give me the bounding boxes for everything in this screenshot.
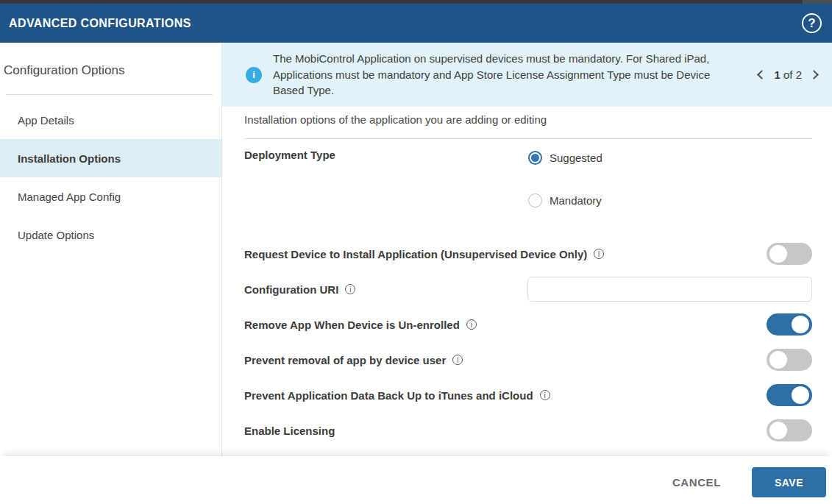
row-configuration-uri: Configuration URI	[244, 271, 812, 307]
radio-selected-icon	[528, 151, 542, 165]
remove-app-unenrolled-toggle[interactable]	[767, 313, 812, 336]
row-label-text: Configuration URI	[244, 283, 338, 296]
toggle-knob	[769, 245, 787, 263]
row-label-text: Prevent removal of app by device user	[244, 354, 446, 366]
row-label: Request Device to Install Application (U…	[244, 248, 604, 260]
toggle-knob	[769, 422, 787, 439]
top-strip-right-segment	[803, 0, 832, 4]
row-label-text: Enable Licensing	[244, 425, 335, 437]
sidebar-item-label: Managed App Config	[18, 191, 121, 203]
save-button[interactable]: SAVE	[752, 467, 826, 497]
banner-message: The MobiControl Application on supervise…	[273, 51, 738, 99]
row-label: Enable Licensing	[244, 425, 335, 437]
row-prevent-removal: Prevent removal of app by device user	[244, 342, 812, 377]
section-subtitle: Installation options of the application …	[222, 107, 832, 126]
pagination-current: 1	[774, 68, 780, 81]
deployment-type-radio-group: Suggested Mandatory	[528, 151, 602, 207]
chevron-left-icon[interactable]	[758, 70, 767, 79]
sidebar-item-label: Installation Options	[18, 152, 121, 165]
footer-bar: CANCEL SAVE	[0, 456, 832, 504]
pagination-separator: of	[783, 68, 793, 81]
toggle-knob	[792, 316, 809, 333]
info-banner: The MobiControl Application on supervise…	[222, 43, 832, 107]
pagination-total: 2	[796, 68, 802, 81]
sidebar-item-app-details[interactable]: App Details	[0, 101, 221, 139]
info-icon	[246, 67, 262, 83]
banner-pagination: 1 of 2	[758, 68, 817, 81]
sidebar-item-managed-app-config[interactable]: Managed App Config	[0, 177, 221, 216]
deployment-type-section: Deployment Type Suggested Mandatory	[222, 139, 832, 236]
radio-label: Mandatory	[550, 194, 602, 207]
sidebar-heading: Configuration Options	[0, 63, 221, 78]
main-wrapper: Configuration Options App Details Instal…	[0, 43, 832, 456]
info-icon[interactable]	[594, 249, 604, 259]
row-request-device-install: Request Device to Install Application (U…	[244, 236, 812, 271]
sidebar-item-installation-options[interactable]: Installation Options	[0, 139, 221, 177]
radio-unselected-icon	[528, 194, 542, 207]
row-prevent-backup: Prevent Application Data Back Up to iTun…	[244, 377, 812, 413]
browser-top-strip	[0, 0, 832, 4]
toggle-knob	[792, 386, 809, 404]
radio-option-suggested[interactable]: Suggested	[528, 151, 602, 165]
sidebar-item-update-options[interactable]: Update Options	[0, 216, 221, 254]
request-device-install-toggle[interactable]	[767, 243, 812, 265]
row-remove-app-unenrolled: Remove App When Device is Un-enrolled	[244, 307, 812, 342]
sidebar: Configuration Options App Details Instal…	[0, 43, 222, 456]
prevent-removal-toggle[interactable]	[767, 349, 812, 371]
option-rows: Request Device to Install Application (U…	[222, 236, 832, 448]
chevron-right-icon[interactable]	[809, 70, 819, 79]
row-label-text: Prevent Application Data Back Up to iTun…	[244, 389, 533, 402]
info-icon[interactable]	[466, 319, 477, 330]
row-enable-licensing: Enable Licensing	[244, 413, 812, 448]
enable-licensing-toggle[interactable]	[767, 419, 812, 441]
row-label: Configuration URI	[244, 283, 355, 296]
prevent-backup-toggle[interactable]	[767, 384, 812, 406]
info-icon[interactable]	[540, 390, 550, 400]
row-label: Prevent Application Data Back Up to iTun…	[244, 389, 550, 402]
page-title: ADVANCED CONFIGURATIONS	[9, 17, 191, 30]
help-icon[interactable]	[802, 13, 822, 33]
cancel-button[interactable]: CANCEL	[664, 470, 730, 494]
radio-label: Suggested	[550, 152, 602, 164]
sidebar-divider	[6, 94, 213, 95]
row-label: Prevent removal of app by device user	[244, 354, 463, 366]
content-panel: The MobiControl Application on supervise…	[222, 43, 832, 456]
sidebar-item-label: App Details	[18, 114, 74, 127]
row-label-text: Remove App When Device is Un-enrolled	[244, 319, 460, 331]
pagination-text: 1 of 2	[774, 68, 802, 81]
info-icon[interactable]	[452, 355, 463, 365]
info-icon[interactable]	[345, 284, 355, 294]
radio-option-mandatory[interactable]: Mandatory	[528, 194, 602, 207]
sidebar-item-label: Update Options	[18, 229, 94, 241]
toggle-knob	[769, 351, 787, 369]
dialog-header: ADVANCED CONFIGURATIONS	[0, 4, 832, 43]
row-label-text: Request Device to Install Application (U…	[244, 248, 587, 260]
row-label: Remove App When Device is Un-enrolled	[244, 319, 477, 331]
configuration-uri-input[interactable]	[527, 277, 812, 302]
